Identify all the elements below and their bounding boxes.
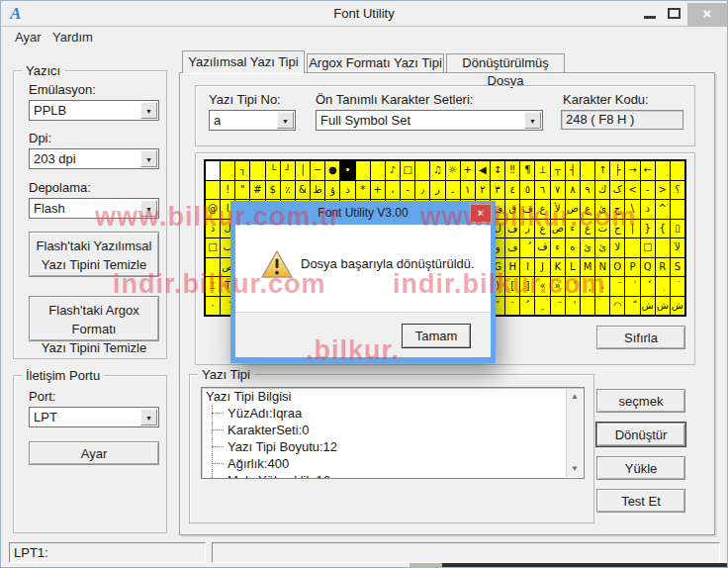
grid-cell[interactable]: ذ (206, 220, 220, 238)
grid-cell[interactable]: O (610, 258, 624, 277)
grid-cell[interactable]: ◠ (610, 297, 624, 316)
grid-cell[interactable]: ↕ (491, 161, 504, 180)
grid-cell[interactable]: ص (551, 220, 565, 238)
chevron-down-icon[interactable]: ▼ (140, 200, 157, 217)
grid-cell[interactable] (625, 238, 639, 257)
menu-item-yardim[interactable]: Yardım (52, 30, 93, 45)
grid-cell[interactable]: │ (296, 161, 310, 180)
grid-cell[interactable]: ٫ (415, 181, 429, 200)
grid-cell[interactable] (656, 238, 670, 257)
minimize-icon[interactable] (644, 16, 656, 19)
grid-cell[interactable]: ئ (595, 238, 609, 257)
font-info-item[interactable]: Yazı Tipi Boyutu:12 (202, 438, 566, 455)
port-setup-button[interactable]: Ayar (29, 441, 159, 465)
grid-cell[interactable]: ڬ (595, 181, 609, 200)
clear-argox-font-button[interactable]: Flash'taki Argox Formatı Yazı Tipini Tem… (29, 296, 159, 341)
grid-cell[interactable]: ٧ (551, 181, 565, 200)
dialog-close-icon[interactable]: × (470, 204, 492, 223)
grid-cell[interactable]: ┤ (566, 161, 580, 180)
grid-cell[interactable] (356, 161, 370, 180)
grid-cell[interactable]: ش (656, 297, 670, 316)
grid-cell[interactable]: ● (325, 161, 339, 180)
grid-cell[interactable]: < (625, 181, 639, 200)
grid-cell[interactable]: H (505, 258, 519, 277)
scroll-up-icon[interactable]: ▲ (567, 389, 583, 405)
grid-cell[interactable] (581, 297, 594, 316)
grid-cell[interactable]: ، (595, 277, 609, 296)
tab-yazilimsal-yazi-tipi[interactable]: Yazılımsal Yazı Tipi (182, 50, 305, 73)
font-info-item[interactable]: Yazı Tipi Bilgisi (202, 388, 566, 405)
grid-cell[interactable]: غ (581, 220, 594, 238)
grid-cell[interactable]: ─ (311, 161, 324, 180)
grid-cell[interactable]: ٢ (476, 181, 490, 200)
grid-cell[interactable]: ء (551, 238, 565, 257)
tab-donusturulmus-dosya[interactable]: Dönüştürülmüş Dosya (446, 53, 565, 72)
grid-cell[interactable]: ٪ (281, 181, 295, 200)
font-no-select[interactable]: a ▼ (209, 110, 296, 131)
grid-cell[interactable]: ٰ (625, 277, 639, 296)
grid-cell[interactable]: ئ (595, 200, 609, 219)
grid-cell[interactable]: - (641, 181, 655, 200)
grid-cell[interactable]: ش (671, 297, 684, 316)
grid-cell[interactable]: # (250, 181, 264, 200)
grid-cell[interactable]: S (671, 258, 684, 277)
close-icon[interactable]: × (687, 3, 727, 26)
grid-cell[interactable]: ج (610, 220, 624, 238)
emulation-select[interactable]: PPLB ▼ (29, 100, 159, 121)
grid-cell[interactable]: ⌶ (206, 277, 220, 296)
grid-cell[interactable]: غ (581, 200, 594, 219)
grid-cell[interactable]: ف (505, 238, 519, 257)
grid-cell[interactable]: ف (520, 200, 534, 219)
grid-cell[interactable]: ٕ (581, 277, 594, 296)
grid-cell[interactable]: ٣ (491, 181, 504, 200)
menu-item-ayar[interactable]: Ayar (15, 30, 42, 45)
grid-cell[interactable]: ٗ (641, 277, 655, 296)
grid-cell[interactable]: K (551, 258, 565, 277)
grid-cell[interactable]: M (581, 258, 594, 277)
grid-cell[interactable]: ڤ (535, 238, 549, 257)
grid-cell[interactable]: ١ (461, 181, 475, 200)
grid-cell[interactable]: » (551, 277, 565, 296)
convert-button[interactable]: Dönüştür (596, 423, 685, 446)
grid-cell[interactable]: لآ (671, 238, 684, 257)
title-bar[interactable]: A Font Utility × (1, 1, 727, 27)
grid-cell[interactable] (206, 258, 220, 277)
grid-cell[interactable]: ^ (656, 200, 670, 219)
grid-cell[interactable]: □ (641, 238, 655, 257)
clear-soft-font-button[interactable]: Flash'taki Yazılımsal Yazı Tipini Temizl… (29, 232, 159, 277)
font-info-item[interactable]: YüzAdı:Iqraa (202, 405, 566, 422)
grid-cell[interactable]: ٔ (566, 277, 580, 296)
chevron-down-icon[interactable]: ▼ (277, 112, 294, 129)
grid-cell[interactable]: • (340, 161, 354, 180)
grid-cell[interactable]: Q (641, 258, 655, 277)
grid-cell[interactable]: ┬ (551, 161, 565, 180)
dpi-select[interactable]: 203 dpi ▼ (29, 148, 159, 169)
grid-cell[interactable]: ٨ (566, 181, 580, 200)
grid-cell[interactable]: + (371, 181, 385, 200)
grid-cell[interactable]: ش (641, 297, 655, 316)
grid-cell[interactable]: > (656, 181, 670, 200)
grid-cell[interactable]: ] (520, 277, 534, 296)
grid-cell[interactable]: ٦ (535, 181, 549, 200)
grid-cell[interactable]: } (641, 220, 655, 238)
grid-cell[interactable]: * (356, 181, 370, 200)
select-button[interactable]: seçmek (596, 389, 685, 413)
grid-cell[interactable]: [ (505, 277, 519, 296)
grid-cell[interactable]: I (520, 258, 534, 277)
grid-cell[interactable]: چ (610, 200, 624, 219)
grid-cell[interactable]: ز (430, 181, 444, 200)
grid-cell[interactable] (415, 161, 429, 180)
grid-cell[interactable]: ٤ (505, 181, 519, 200)
chevron-down-icon[interactable]: ▼ (140, 102, 157, 119)
chevron-down-icon[interactable]: ▼ (524, 112, 541, 129)
grid-cell[interactable]: ¶ (520, 161, 534, 180)
grid-cell[interactable]: - (401, 181, 414, 200)
grid-cell[interactable]: ‼ (505, 161, 519, 180)
grid-cell[interactable]: L (566, 258, 580, 277)
grid-cell[interactable] (206, 161, 220, 180)
test-button[interactable]: Test Et (596, 489, 685, 513)
grid-cell[interactable]: ♪ (386, 161, 400, 180)
grid-cell[interactable] (671, 161, 684, 180)
storage-select[interactable]: Flash ▼ (29, 198, 159, 219)
grid-cell[interactable]: ٓ (551, 297, 565, 316)
